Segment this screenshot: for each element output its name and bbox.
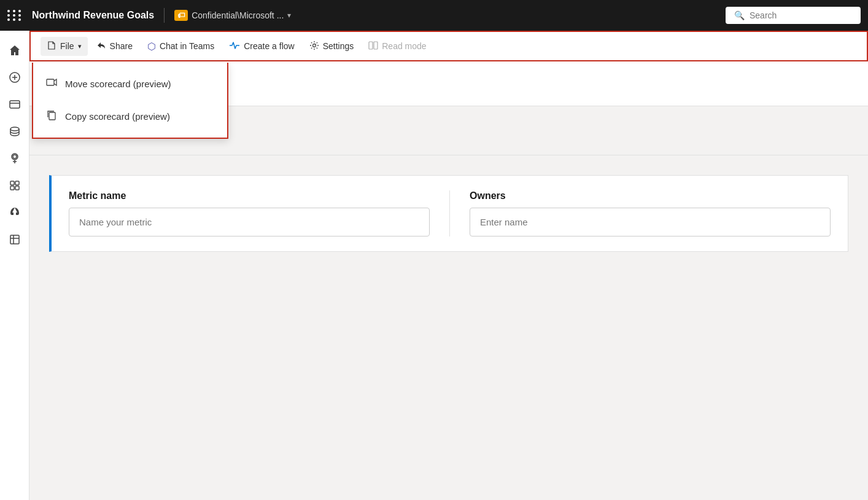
file-label: File	[60, 41, 74, 51]
main-layout: File ▾ Share ⬡ Chat in Teams Create a fl…	[0, 31, 868, 500]
sidebar-item-deploy[interactable]	[2, 200, 27, 225]
move-scorecard-label: Move scorecard (preview)	[65, 79, 171, 89]
svg-rect-9	[10, 235, 19, 244]
flow-button[interactable]: Create a flow	[223, 37, 300, 55]
move-icon	[45, 76, 58, 92]
sidebar-item-apps[interactable]	[2, 173, 27, 198]
copy-scorecard-item[interactable]: Copy scorecard (preview)	[33, 100, 227, 133]
owners-label: Owners	[470, 190, 831, 201]
owners-input[interactable]	[470, 208, 831, 236]
settings-button[interactable]: Settings	[303, 37, 360, 56]
sidebar-item-learn[interactable]	[2, 227, 27, 252]
readmode-label: Read mode	[382, 41, 426, 51]
svg-rect-6	[15, 181, 19, 185]
content-area: File ▾ Share ⬡ Chat in Teams Create a fl…	[29, 31, 868, 500]
metric-name-input[interactable]	[69, 208, 430, 236]
search-box[interactable]: 🔍	[726, 7, 861, 24]
file-icon	[47, 41, 56, 52]
chat-label: Chat in Teams	[160, 41, 214, 51]
copy-scorecard-label: Copy scorecard (preview)	[65, 111, 170, 122]
toolbar: File ▾ Share ⬡ Chat in Teams Create a fl…	[29, 31, 868, 61]
flow-icon	[229, 41, 240, 52]
sidebar-item-browse[interactable]	[2, 92, 27, 117]
svg-rect-7	[10, 186, 14, 190]
topbar: Northwind Revenue Goals 🏷 Confidential\M…	[0, 0, 868, 31]
svg-rect-16	[49, 112, 55, 120]
confidential-label[interactable]: 🏷 Confidential\Microsoft ... ▾	[174, 10, 291, 21]
svg-rect-15	[47, 79, 54, 85]
topbar-divider	[164, 8, 165, 23]
chat-button[interactable]: ⬡ Chat in Teams	[141, 37, 220, 56]
sidebar-item-goals[interactable]	[2, 146, 27, 171]
sidebar-item-home[interactable]	[2, 38, 27, 63]
file-dropdown-menu: Move scorecard (preview) Copy scorecard …	[32, 63, 228, 139]
metric-name-label: Metric name	[69, 190, 430, 201]
svg-rect-5	[10, 181, 14, 185]
metric-form-card: Metric name Owners	[49, 175, 848, 252]
teams-icon: ⬡	[147, 41, 156, 52]
metric-name-section: Metric name	[69, 190, 430, 236]
owners-section: Owners	[470, 190, 831, 236]
confidential-text: Confidential\Microsoft ...	[192, 10, 284, 20]
svg-point-12	[312, 44, 316, 47]
tag-icon: 🏷	[174, 10, 188, 21]
flow-label: Create a flow	[244, 41, 294, 51]
settings-label: Settings	[323, 41, 354, 51]
sidebar-item-data[interactable]	[2, 119, 27, 144]
metric-form-area: Metric name Owners	[29, 155, 868, 271]
svg-rect-8	[15, 186, 19, 190]
search-input[interactable]	[750, 10, 852, 20]
move-scorecard-item[interactable]: Move scorecard (preview)	[33, 68, 227, 100]
settings-icon	[309, 41, 319, 52]
app-title: Northwind Revenue Goals	[32, 10, 154, 21]
share-icon	[96, 41, 106, 52]
readmode-icon	[368, 41, 378, 52]
svg-rect-3	[10, 101, 20, 108]
svg-point-4	[10, 127, 19, 131]
app-grid-button[interactable]	[7, 10, 22, 21]
readmode-button[interactable]: Read mode	[362, 37, 432, 56]
copy-icon	[45, 109, 58, 124]
chevron-down-icon: ▾	[287, 11, 291, 20]
sidebar	[0, 31, 29, 500]
share-label: Share	[110, 41, 133, 51]
chevron-down-icon: ▾	[78, 42, 82, 50]
file-button[interactable]: File ▾	[41, 37, 88, 56]
sidebar-item-create[interactable]	[2, 65, 27, 90]
form-divider	[449, 190, 450, 236]
search-icon: 🔍	[734, 10, 745, 20]
share-button[interactable]: Share	[90, 37, 139, 56]
svg-rect-13	[369, 42, 373, 49]
svg-rect-14	[374, 42, 378, 49]
